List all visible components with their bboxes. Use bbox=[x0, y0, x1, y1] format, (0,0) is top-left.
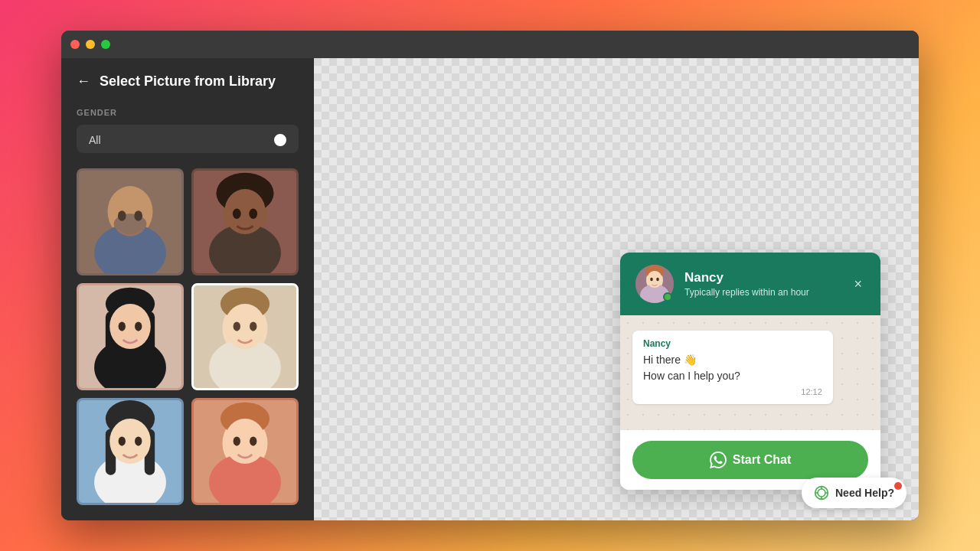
left-panel: ← Select Picture from Library GENDER All… bbox=[61, 58, 314, 520]
image-cell-4[interactable] bbox=[191, 283, 299, 390]
panel-title: Select Picture from Library bbox=[100, 73, 276, 90]
image-cell-3[interactable] bbox=[77, 283, 184, 390]
close-dot[interactable] bbox=[70, 40, 80, 49]
start-chat-label: Start Chat bbox=[733, 453, 791, 467]
svg-point-38 bbox=[135, 437, 142, 446]
message-body: How can I help you? bbox=[643, 368, 822, 384]
gender-label: GENDER bbox=[77, 108, 299, 117]
svg-point-52 bbox=[656, 278, 659, 282]
need-help-button[interactable]: Need Help? bbox=[802, 478, 906, 508]
svg-point-50 bbox=[647, 271, 662, 288]
chat-header: Nancy Typically replies within an hour × bbox=[620, 253, 880, 315]
image-grid bbox=[77, 168, 299, 505]
image-cell-6[interactable] bbox=[191, 398, 299, 505]
face-4 bbox=[194, 285, 296, 388]
svg-point-54 bbox=[818, 489, 825, 497]
chat-contact-name: Nancy bbox=[684, 270, 840, 285]
svg-point-28 bbox=[234, 322, 240, 331]
chat-widget: Nancy Typically replies within an hour ×… bbox=[620, 253, 880, 490]
message-bubble: Nancy Hi there 👋 How can I help you? 12:… bbox=[632, 331, 833, 404]
minimize-dot[interactable] bbox=[86, 40, 95, 49]
svg-point-29 bbox=[250, 322, 256, 331]
face-3 bbox=[79, 285, 181, 388]
svg-point-11 bbox=[224, 189, 266, 234]
online-indicator bbox=[663, 292, 672, 302]
need-help-label: Need Help? bbox=[835, 487, 894, 499]
chat-contact-status: Typically replies within an hour bbox=[684, 287, 840, 298]
right-panel: Nancy Typically replies within an hour ×… bbox=[314, 58, 919, 520]
svg-point-12 bbox=[233, 209, 241, 219]
back-button[interactable]: ← bbox=[77, 73, 90, 90]
image-cell-5[interactable] bbox=[77, 398, 184, 505]
gender-all-radio[interactable] bbox=[274, 134, 286, 146]
chat-close-button[interactable]: × bbox=[851, 273, 865, 295]
gender-all-label: All bbox=[89, 134, 101, 146]
notification-dot bbox=[894, 482, 902, 490]
face-5 bbox=[79, 400, 181, 503]
gender-options: All Male Female bbox=[77, 125, 299, 153]
gender-option-all[interactable]: All bbox=[77, 125, 299, 153]
face-2 bbox=[194, 171, 296, 273]
maximize-dot[interactable] bbox=[101, 40, 110, 49]
browser-window: ← Select Picture from Library GENDER All… bbox=[61, 31, 919, 520]
svg-point-5 bbox=[118, 210, 126, 220]
face-1 bbox=[79, 171, 181, 273]
start-chat-button[interactable]: Start Chat bbox=[632, 441, 868, 479]
svg-point-21 bbox=[119, 322, 126, 331]
svg-point-37 bbox=[119, 437, 126, 446]
image-cell-1[interactable] bbox=[77, 168, 184, 276]
svg-point-22 bbox=[135, 322, 142, 331]
image-cell-2[interactable] bbox=[191, 168, 299, 276]
panel-header: ← Select Picture from Library bbox=[77, 73, 299, 90]
chat-header-info: Nancy Typically replies within an hour bbox=[684, 270, 840, 298]
svg-point-13 bbox=[249, 209, 257, 219]
message-sender: Nancy bbox=[643, 338, 822, 349]
chat-avatar-container bbox=[635, 265, 674, 303]
message-greeting: Hi there 👋 bbox=[643, 352, 822, 368]
browser-titlebar bbox=[61, 31, 919, 58]
svg-point-44 bbox=[234, 437, 240, 446]
svg-point-45 bbox=[250, 437, 256, 446]
svg-point-6 bbox=[134, 210, 142, 220]
face-6 bbox=[194, 400, 296, 503]
svg-point-51 bbox=[650, 278, 653, 282]
browser-content: ← Select Picture from Library GENDER All… bbox=[61, 58, 919, 520]
message-time: 12:12 bbox=[643, 387, 822, 396]
need-help-icon bbox=[814, 485, 829, 500]
whatsapp-icon bbox=[710, 452, 727, 468]
chat-messages-area: Nancy Hi there 👋 How can I help you? 12:… bbox=[620, 315, 880, 430]
